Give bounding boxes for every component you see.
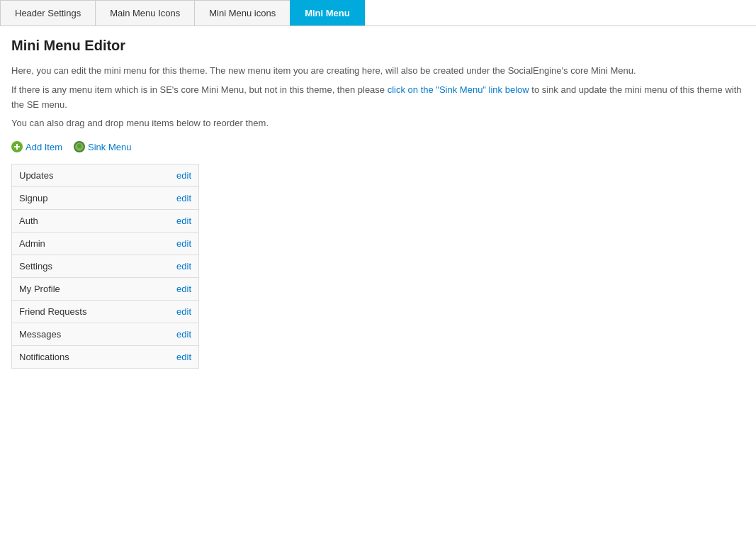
- globe-icon: [74, 141, 85, 152]
- description-1: Here, you can edit the mini menu for thi…: [11, 64, 745, 79]
- menu-item[interactable]: Messagesedit: [12, 323, 198, 346]
- description-2: If there is any menu item which is in SE…: [11, 83, 745, 113]
- tab-bar: Header Settings Main Menu Icons Mini Men…: [0, 0, 756, 26]
- menu-item-edit[interactable]: edit: [176, 216, 191, 226]
- menu-item-name: Auth: [19, 216, 38, 226]
- tab-mini-menu[interactable]: Mini Menu: [290, 0, 365, 26]
- actions-bar: Add Item Sink Menu: [11, 141, 745, 152]
- add-item-label: Add Item: [26, 142, 62, 152]
- menu-item-edit[interactable]: edit: [176, 352, 191, 362]
- add-item-link[interactable]: Add Item: [11, 141, 62, 152]
- menu-item[interactable]: Adminedit: [12, 233, 198, 255]
- menu-item-edit[interactable]: edit: [176, 284, 191, 294]
- sink-menu-link-inline[interactable]: click on the "Sink Menu" link below: [388, 84, 529, 95]
- menu-item-edit[interactable]: edit: [176, 238, 191, 249]
- menu-item[interactable]: My Profileedit: [12, 278, 198, 301]
- menu-item[interactable]: Updatesedit: [12, 164, 198, 187]
- page-title: Mini Menu Editor: [11, 38, 745, 54]
- menu-item[interactable]: Signupedit: [12, 187, 198, 210]
- menu-item-name: Settings: [19, 261, 52, 272]
- tab-main-menu-icons[interactable]: Main Menu Icons: [95, 0, 195, 26]
- description-3: You can also drag and drop menu items be…: [11, 116, 745, 131]
- menu-item[interactable]: Settingsedit: [12, 255, 198, 278]
- main-content: Mini Menu Editor Here, you can edit the …: [0, 26, 756, 380]
- sink-menu-label: Sink Menu: [88, 142, 131, 152]
- menu-item-name: Signup: [19, 193, 47, 203]
- menu-list: UpdateseditSignupeditAutheditAdmineditSe…: [11, 164, 199, 369]
- menu-item-name: Notifications: [19, 352, 69, 362]
- menu-item-name: Messages: [19, 329, 61, 340]
- menu-item-name: My Profile: [19, 284, 60, 294]
- menu-item-edit[interactable]: edit: [176, 329, 191, 340]
- menu-item-name: Friend Requests: [19, 306, 86, 317]
- menu-item-name: Admin: [19, 238, 45, 249]
- menu-item-name: Updates: [19, 170, 53, 181]
- menu-item[interactable]: Authedit: [12, 210, 198, 233]
- menu-item-edit[interactable]: edit: [176, 193, 191, 203]
- tab-mini-menu-icons[interactable]: Mini Menu icons: [194, 0, 290, 26]
- sink-menu-link[interactable]: Sink Menu: [74, 141, 131, 152]
- menu-item-edit[interactable]: edit: [176, 261, 191, 272]
- menu-item[interactable]: Friend Requestsedit: [12, 301, 198, 323]
- add-icon: [11, 141, 23, 152]
- menu-item-edit[interactable]: edit: [176, 170, 191, 181]
- tab-header-settings[interactable]: Header Settings: [0, 0, 96, 26]
- menu-item-edit[interactable]: edit: [176, 306, 191, 317]
- menu-item[interactable]: Notificationsedit: [12, 346, 198, 368]
